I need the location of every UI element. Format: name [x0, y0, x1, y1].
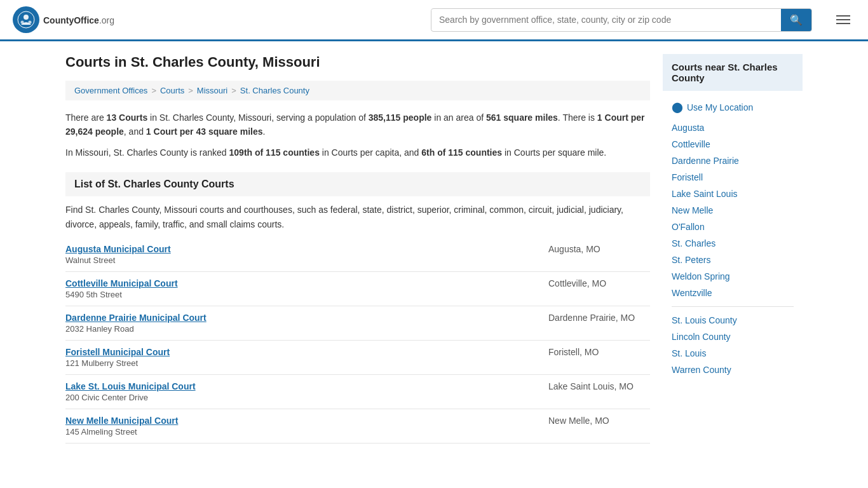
court-name[interactable]: Augusta Municipal Court	[65, 244, 536, 254]
search-bar: 🔍	[431, 8, 812, 32]
menu-icon-line	[836, 19, 850, 20]
court-city: Lake Saint Louis, MO	[536, 381, 650, 391]
table-row: New Melle Municipal Court 145 Almeling S…	[65, 409, 650, 444]
court-address: 2032 Hanley Road	[65, 324, 536, 334]
rank-capita: 109th of 115 counties	[229, 147, 320, 158]
sidebar-city-links: AugustaCottlevilleDardenne PrairieForist…	[663, 117, 803, 304]
breadcrumb: Government Offices > Courts > Missouri >…	[65, 81, 650, 100]
page-title: Courts in St. Charles County, Missouri	[65, 54, 650, 71]
court-address: 145 Almeling Street	[65, 427, 536, 437]
table-row: Augusta Municipal Court Walnut Street Au…	[65, 238, 650, 272]
court-city: Cottleville, MO	[536, 278, 650, 288]
search-button[interactable]: 🔍	[781, 9, 811, 31]
sidebar-city-link[interactable]: Cottleville	[663, 136, 803, 152]
court-address: 200 Civic Center Drive	[65, 393, 536, 402]
description-rank: In Missouri, St. Charles County is ranke…	[65, 146, 650, 159]
court-name[interactable]: Dardenne Prairie Municipal Court	[65, 313, 536, 323]
court-info: Cottleville Municipal Court 5490 5th Str…	[65, 278, 536, 299]
sidebar-city-link[interactable]: Wentzville	[663, 285, 803, 301]
court-address: 5490 5th Street	[65, 290, 536, 299]
svg-point-2	[21, 21, 24, 24]
table-row: Dardenne Prairie Municipal Court 2032 Ha…	[65, 306, 650, 341]
court-info: Lake St. Louis Municipal Court 200 Civic…	[65, 381, 536, 402]
breadcrumb-link-courts[interactable]: Courts	[160, 86, 184, 95]
sidebar-county-links: St. Louis CountyLincoln CountySt. LouisW…	[663, 309, 803, 381]
population: 385,115 people	[369, 112, 432, 123]
table-row: Foristell Municipal Court 121 Mulberry S…	[65, 341, 650, 375]
court-info: New Melle Municipal Court 145 Almeling S…	[65, 416, 536, 437]
site-header: CountyOffice.org 🔍	[0, 0, 868, 41]
search-icon: 🔍	[790, 15, 803, 25]
sidebar-city-link[interactable]: Foristell	[663, 169, 803, 186]
sidebar-county-link[interactable]: St. Louis	[663, 345, 803, 362]
breadcrumb-separator: >	[151, 86, 156, 95]
court-address: Walnut Street	[65, 255, 536, 265]
table-row: Lake St. Louis Municipal Court 200 Civic…	[65, 375, 650, 409]
location-icon: ⬤	[672, 101, 683, 113]
court-city: New Melle, MO	[536, 416, 650, 426]
court-city: Foristell, MO	[536, 347, 650, 357]
sidebar-city-link[interactable]: Augusta	[663, 119, 803, 136]
main-container: Courts in St. Charles County, Missouri G…	[53, 41, 815, 456]
list-description: Find St. Charles County, Missouri courts…	[65, 203, 650, 231]
sidebar-city-link[interactable]: St. Charles	[663, 235, 803, 252]
court-info: Augusta Municipal Court Walnut Street	[65, 244, 536, 265]
sidebar-city-link[interactable]: Lake Saint Louis	[663, 186, 803, 202]
svg-point-3	[29, 21, 32, 24]
table-row: Cottleville Municipal Court 5490 5th Str…	[65, 272, 650, 306]
courts-list: Augusta Municipal Court Walnut Street Au…	[65, 238, 650, 444]
description-stats: There are 13 Courts in St. Charles Count…	[65, 111, 650, 139]
court-address: 121 Mulberry Street	[65, 358, 536, 368]
breadcrumb-link-stcharles[interactable]: St. Charles County	[240, 86, 309, 95]
logo-area[interactable]: CountyOffice.org	[13, 6, 114, 33]
sidebar-county-link[interactable]: Lincoln County	[663, 329, 803, 345]
menu-button[interactable]	[831, 10, 855, 29]
sidebar-city-link[interactable]: Weldon Spring	[663, 268, 803, 285]
court-info: Dardenne Prairie Municipal Court 2032 Ha…	[65, 313, 536, 334]
sidebar: Courts near St. Charles County ⬤ Use My …	[663, 54, 803, 444]
sidebar-header: Courts near St. Charles County	[663, 54, 803, 91]
rank-sqmile: 6th of 115 counties	[421, 147, 502, 158]
breadcrumb-separator: >	[231, 86, 236, 95]
sidebar-city-link[interactable]: Dardenne Prairie	[663, 152, 803, 169]
menu-icon-line	[836, 15, 850, 17]
use-my-location[interactable]: ⬤ Use My Location	[663, 97, 803, 117]
court-name[interactable]: Cottleville Municipal Court	[65, 278, 536, 288]
svg-point-1	[24, 15, 29, 20]
sidebar-city-link[interactable]: St. Peters	[663, 252, 803, 268]
court-city: Dardenne Prairie, MO	[536, 313, 650, 323]
search-input[interactable]	[431, 10, 781, 30]
logo-text: CountyOffice.org	[43, 13, 114, 27]
list-section-header: List of St. Charles County Courts	[65, 172, 650, 196]
court-name[interactable]: Foristell Municipal Court	[65, 347, 536, 357]
sidebar-divider	[672, 306, 794, 307]
content-area: Courts in St. Charles County, Missouri G…	[65, 54, 650, 444]
sidebar-city-link[interactable]: O'Fallon	[663, 219, 803, 235]
courts-count: 13 Courts	[107, 112, 148, 123]
sidebar-county-link[interactable]: St. Louis County	[663, 312, 803, 329]
sidebar-city-link[interactable]: New Melle	[663, 202, 803, 219]
per-sqmile: 1 Court per 43 square miles	[146, 126, 263, 137]
logo-icon	[13, 6, 39, 33]
breadcrumb-link-government-offices[interactable]: Government Offices	[74, 86, 147, 95]
breadcrumb-separator: >	[188, 86, 193, 95]
menu-icon-line	[836, 23, 850, 24]
court-info: Foristell Municipal Court 121 Mulberry S…	[65, 347, 536, 368]
sidebar-county-link[interactable]: Warren County	[663, 362, 803, 378]
breadcrumb-link-missouri[interactable]: Missouri	[197, 86, 227, 95]
use-location-label: Use My Location	[687, 102, 753, 112]
court-name[interactable]: New Melle Municipal Court	[65, 416, 536, 426]
area: 561 square miles	[486, 112, 558, 123]
court-city: Augusta, MO	[536, 244, 650, 254]
court-name[interactable]: Lake St. Louis Municipal Court	[65, 381, 536, 391]
